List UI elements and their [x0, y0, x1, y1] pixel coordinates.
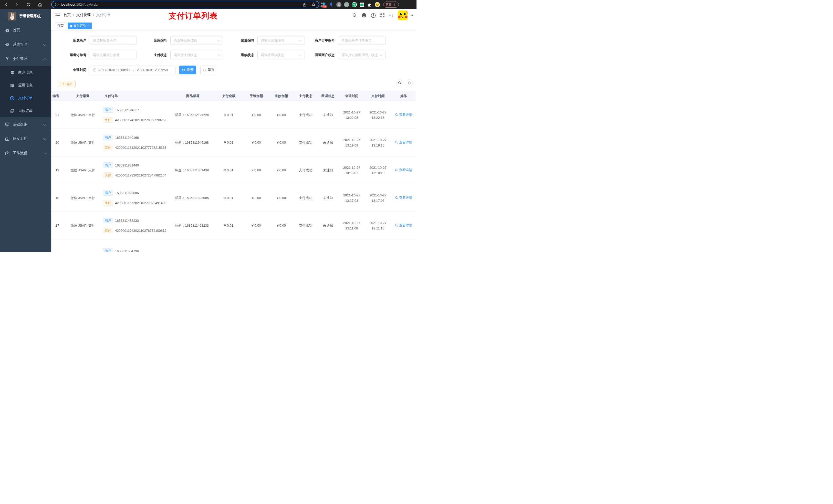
url-bar[interactable]: localhost:1024/pay/order [51, 1, 319, 8]
sidebar-item-payment[interactable]: ¥ 支付管理 [0, 52, 51, 66]
callback-status-select[interactable]: 请选择订单回调商户状态 [338, 51, 385, 59]
help-icon[interactable]: ? [371, 13, 376, 18]
sidebar-item-workflow[interactable]: 工作流程 [0, 146, 51, 160]
cell-actions: 查看详情 [391, 140, 416, 145]
bookmark-star-icon[interactable] [311, 2, 315, 7]
chevron-down-icon [43, 43, 46, 46]
sidebar-item-pay-order[interactable]: ¥ 支付订单 [0, 92, 51, 104]
filter-pay-status: 支付状态 请选择支付状态 [132, 51, 223, 59]
sidebar-item-app-info[interactable]: 应用信息 [0, 79, 51, 92]
extension-y-icon[interactable]: y [352, 2, 357, 7]
pay-status-select[interactable]: 请选择支付状态 [170, 51, 223, 59]
app-logo-row[interactable]: 芋道管理系统 [0, 9, 51, 23]
view-detail-link[interactable]: 查看详情 [395, 195, 412, 200]
filter-merchant-order-no: 商户订单编号 请输入商户订单编号 [295, 36, 385, 45]
header-actions: ? TT [353, 9, 413, 22]
channel-pay-no: 4200001194202110276752100612 [115, 228, 166, 233]
merchant-order-no: 1635311881440 [115, 163, 139, 168]
browser-home-icon[interactable] [38, 2, 43, 7]
extension-command-icon[interactable]: ⌘ [336, 2, 341, 7]
browser-reload-icon[interactable] [26, 2, 31, 7]
export-button[interactable]: 导出 [59, 81, 76, 87]
breadcrumb-pay[interactable]: 支付管理 [76, 13, 91, 18]
merchant-select[interactable]: 请选择所属商户 [90, 36, 137, 45]
sidebar-item-dev-tools[interactable]: 研发工具 [0, 131, 51, 146]
table-row: 20 微信 JSAPI 支付 商户 1635311949168 支付 42000… [51, 129, 416, 157]
date-range-input[interactable]: 2021-10-01 00:00:00 - 2021-10-31 23:59:5… [90, 66, 175, 74]
toggle-search-button[interactable] [396, 79, 403, 87]
font-size-icon[interactable]: TT [389, 13, 394, 18]
extension-diamond-icon[interactable]: 10 [321, 2, 326, 7]
documents-icon [10, 109, 14, 113]
refresh-icon [203, 68, 207, 72]
sidebar-item-home[interactable]: 首页 [0, 23, 51, 38]
cell-amount: ¥ 0.01 [213, 167, 244, 173]
cell-id: 20 [51, 140, 65, 145]
cell-pay-channel: 微信 JSAPI 支付 [65, 223, 101, 228]
extensions-puzzle-icon[interactable] [367, 2, 372, 7]
filter-create-time: 创建时间 2021-10-01 00:00:00 - 2021-10-31 23… [51, 66, 175, 74]
merchant-order-no-input[interactable]: 请输入商户订单编号 [338, 36, 385, 45]
tab-home[interactable]: 首页 [55, 23, 66, 29]
refresh-table-button[interactable] [406, 79, 413, 87]
breadcrumb-home[interactable]: 首页 [64, 13, 71, 18]
breadcrumb: 首页 / 支付管理 / 支付订单 [64, 13, 111, 18]
app-logo [8, 12, 16, 21]
view-detail-link[interactable]: 查看详情 [395, 112, 412, 117]
browser-forward-icon[interactable] [14, 2, 19, 7]
annotation-title: 支付订单列表 [169, 10, 218, 21]
sidebar-item-system[interactable]: 系统管理 [0, 38, 51, 52]
table-row: 商户 1635311354796 [51, 239, 416, 252]
tab-close-icon[interactable]: × [88, 24, 89, 27]
channel-order-no-input[interactable]: 请输入渠道订单号 [90, 51, 137, 59]
chevron-up-icon [43, 58, 46, 61]
app-title: 芋道管理系统 [19, 14, 41, 19]
search-icon [182, 68, 186, 72]
site-info-icon[interactable] [55, 3, 59, 6]
view-detail-link[interactable]: 查看详情 [395, 140, 412, 145]
extension-badge: 10 [323, 5, 327, 8]
search-icon [395, 224, 398, 227]
avatar[interactable] [398, 10, 407, 20]
table-header: 编号 支付渠道 支付订单 商品标题 支付金额 手续金额 退款金额 支付状态 回调… [51, 91, 416, 101]
cell-notify-status: 未通知 [317, 167, 339, 173]
fullscreen-icon[interactable] [380, 13, 385, 18]
reset-button[interactable]: 重置 [200, 66, 217, 74]
view-detail-link[interactable]: 查看详情 [395, 222, 412, 228]
cell-pay-channel: 微信 JSAPI 支付 [65, 140, 101, 145]
table-row: 21 微信 JSAPI 支付 商户 1635312124657 支付 42000… [51, 101, 416, 129]
cell-create-time: 2021-10-2713:18:02 [339, 165, 364, 176]
channel-pay-no: 4200001167202110271022491439 [115, 200, 166, 206]
browser-back-icon[interactable] [4, 2, 9, 7]
cell-notify-status: 未通知 [317, 140, 339, 145]
cell-amount: ¥ 0.01 [213, 112, 244, 118]
extension-dot-icon[interactable] [344, 2, 349, 7]
browser-menu-icon[interactable]: ⋮ [393, 3, 397, 7]
profile-emoji-icon[interactable] [375, 2, 380, 7]
github-icon[interactable] [361, 13, 366, 18]
browser-update-button[interactable]: 更新⋮ [383, 2, 399, 8]
cell-pay-status: 支付成功 [294, 223, 317, 228]
payment-submenu: 商户信息 应用信息 ¥ 支付订单 退款订单 [0, 66, 51, 117]
extension-chat-icon[interactable] [359, 2, 364, 7]
merchant-order-no: 1635311823086 [115, 190, 139, 196]
share-icon[interactable] [303, 3, 307, 7]
cell-pay-status: 支付成功 [294, 112, 317, 118]
search-icon[interactable] [353, 13, 357, 18]
search-button[interactable]: 搜索 [179, 66, 196, 74]
download-icon [62, 82, 65, 86]
cell-actions: 查看详情 [391, 112, 416, 118]
app-select[interactable]: 请选择应用信息 [170, 36, 223, 45]
sidebar-item-merchant-info[interactable]: 商户信息 [0, 66, 51, 79]
sidebar-fold-icon[interactable] [55, 13, 60, 18]
avatar-caret-icon[interactable] [411, 15, 413, 16]
view-detail-link[interactable]: 查看详情 [395, 167, 412, 173]
cell-refund: ¥ 0.00 [268, 140, 294, 145]
sidebar-item-infrastructure[interactable]: 基础设施 [0, 117, 51, 131]
tab-pay-order[interactable]: 支付订单 × [68, 23, 92, 29]
extension-balloon-icon[interactable] [328, 2, 334, 7]
cell-create-time: 2021-10-2713:22:05 [339, 110, 364, 120]
merchant-order-no: 1635311949168 [115, 135, 139, 140]
sidebar-item-refund-order[interactable]: 退款订单 [0, 104, 51, 117]
cell-pay-time: 2021-10-2713:17:08 [364, 193, 391, 203]
